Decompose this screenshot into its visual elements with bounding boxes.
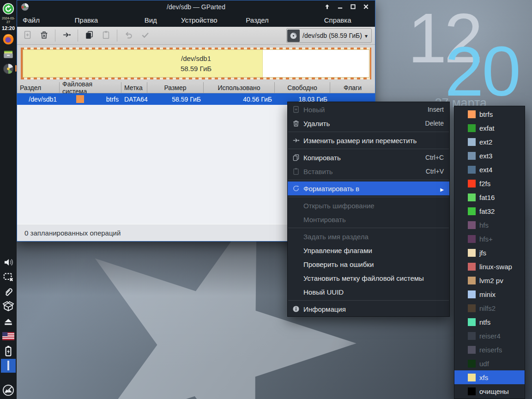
format-option-exfat[interactable]: exfat xyxy=(454,121,525,135)
format-option-hfsplus[interactable]: hfs+ xyxy=(454,232,525,246)
menu-item-delete[interactable]: Удалить Delete xyxy=(288,116,449,130)
filesystem-color-swatch xyxy=(468,138,476,146)
package-icon[interactable] xyxy=(1,300,16,314)
format-option-cleared[interactable]: очищены xyxy=(454,384,525,398)
minimize-button[interactable] xyxy=(335,2,345,12)
copy-button[interactable] xyxy=(81,29,97,42)
menu-item-set-fs-label[interactable]: Установить метку файловой системы xyxy=(288,271,449,285)
partition-table-header: РазделФайловая системаМеткаРазмерИспольз… xyxy=(17,82,375,93)
workspace-indicator[interactable] xyxy=(1,359,16,373)
format-option-linux-swap[interactable]: linux-swap xyxy=(454,260,525,273)
battery-icon[interactable] xyxy=(1,344,16,358)
titlebar[interactable]: /dev/sdb — GParted xyxy=(17,0,375,13)
menu-item-copy[interactable]: Копировать Ctrl+C xyxy=(288,151,449,164)
menu-item-resize-move[interactable]: Изменить размер или переместить xyxy=(288,133,449,147)
update-manager-icon[interactable] xyxy=(1,2,16,16)
paste-button[interactable] xyxy=(97,29,114,42)
column-header[interactable]: Раздел xyxy=(17,82,60,93)
undo-button[interactable] xyxy=(120,29,137,42)
filesystem-color-swatch xyxy=(468,235,476,243)
column-header[interactable]: Свободно xyxy=(275,82,330,93)
keyboard-layout-us-icon[interactable] xyxy=(1,329,16,343)
format-option-jfs[interactable]: jfs xyxy=(454,246,525,260)
menubar: ФайлПравкаВидУстройствоРазделСправка xyxy=(17,13,375,27)
drawer-icon xyxy=(2,48,14,60)
close-button[interactable] xyxy=(361,2,370,12)
menubar-item[interactable]: Вид xyxy=(145,16,168,24)
format-option-hfs[interactable]: hfs xyxy=(454,218,525,232)
menubar-item[interactable]: Устройство xyxy=(181,16,233,24)
format-option-lvm2pv[interactable]: lvm2 pv xyxy=(454,273,525,287)
format-option-reiserfs[interactable]: reiserfs xyxy=(454,343,525,357)
wallpaper-shade xyxy=(0,240,323,296)
filesystem-color-swatch xyxy=(468,277,476,284)
menu-item-name-partition[interactable]: Задать имя раздела xyxy=(288,230,449,243)
menu-item-open-encryption[interactable]: Открыть шифрование xyxy=(288,199,449,212)
format-option-fat16[interactable]: fat16 xyxy=(454,190,525,204)
screenshot-icon[interactable] xyxy=(1,270,16,284)
file-manager-icon[interactable] xyxy=(1,47,16,61)
shade-window-button[interactable] xyxy=(322,2,332,12)
format-option-ntfs[interactable]: ntfs xyxy=(454,315,525,329)
format-option-xfs[interactable]: xfs xyxy=(454,370,525,384)
menu-item-new-uuid[interactable]: Новый UUID xyxy=(288,285,449,299)
filesystem-color-swatch xyxy=(468,221,476,229)
device-selector[interactable]: /dev/sdb (58.59 ГиБ) xyxy=(286,28,372,43)
toolbar-separator xyxy=(55,30,55,42)
filesystem-color-swatch xyxy=(468,304,476,312)
menu-item-format-to[interactable]: Форматировать в xyxy=(288,181,449,195)
resize-move-button[interactable] xyxy=(58,29,75,42)
format-option-ext3[interactable]: ext3 xyxy=(454,149,525,163)
new-partition-button[interactable] xyxy=(19,29,36,42)
menu-item-manage-flags[interactable]: Управление флагами xyxy=(288,243,449,257)
format-option-minix[interactable]: minix xyxy=(454,287,525,301)
dock: 2024-03-2712:20 xyxy=(0,0,17,399)
toolbar-separator xyxy=(78,30,78,42)
gparted-dock-icon[interactable] xyxy=(1,62,16,76)
pending-operations-text: 0 запланированных операций xyxy=(24,229,121,237)
filesystem-color-swatch xyxy=(468,360,476,368)
copy-icon xyxy=(85,30,94,41)
format-option-fat32[interactable]: fat32 xyxy=(454,204,525,218)
column-header[interactable]: Файловая система xyxy=(60,82,121,93)
resize-icon xyxy=(292,136,302,145)
filesystem-color-swatch xyxy=(468,166,476,174)
format-option-nilfs2[interactable]: nilfs2 xyxy=(454,301,525,315)
column-header[interactable]: Метка xyxy=(121,82,147,93)
menubar-item[interactable]: Файл xyxy=(23,16,62,24)
cell-label: DATA64 xyxy=(121,93,147,105)
column-header[interactable]: Использовано xyxy=(204,82,275,93)
menu-item-information[interactable]: Информация xyxy=(288,302,449,316)
format-option-reiser4[interactable]: reiser4 xyxy=(454,329,525,343)
partition-context-menu: Новый Insert Удалить Delete Изменить раз… xyxy=(287,102,450,317)
volume-icon[interactable] xyxy=(1,255,16,269)
menu-item-new[interactable]: Новый Insert xyxy=(288,103,449,116)
trash-icon xyxy=(40,30,48,41)
column-header[interactable]: Размер xyxy=(147,82,204,93)
filesystem-color-swatch xyxy=(468,374,476,381)
format-to-submenu: btrfs exfat ext2 ext3 ext4 f2fs fat16 fa… xyxy=(454,106,525,399)
docnew-icon xyxy=(292,105,302,114)
maximize-button[interactable] xyxy=(348,2,357,12)
menu-item-check-errors[interactable]: Проверить на ошибки xyxy=(288,257,449,271)
format-option-udf[interactable]: udf xyxy=(454,357,525,370)
menu-item-mount[interactable]: Монтировать xyxy=(288,212,449,226)
menu-item-paste[interactable]: Вставить Ctrl+V xyxy=(288,164,449,178)
apply-button[interactable] xyxy=(137,29,153,42)
partition-device-label: /dev/sdb1 xyxy=(181,54,211,64)
format-option-ext2[interactable]: ext2 xyxy=(454,135,525,149)
selected-partition-frame[interactable]: /dev/sdb1 58.59 ГиБ xyxy=(21,48,371,79)
mx-menu-icon[interactable] xyxy=(1,383,16,397)
column-header[interactable]: Флаги xyxy=(330,82,375,93)
attachment-icon[interactable] xyxy=(1,285,16,299)
menubar-item[interactable]: Правка xyxy=(75,16,132,24)
menubar-item[interactable]: Справка xyxy=(324,16,375,24)
format-option-f2fs[interactable]: f2fs xyxy=(454,176,525,190)
eject-icon[interactable] xyxy=(1,314,16,328)
delete-partition-button[interactable] xyxy=(36,29,52,42)
apply-icon xyxy=(141,30,150,41)
format-option-btrfs[interactable]: btrfs xyxy=(454,107,525,121)
menubar-item[interactable]: Раздел xyxy=(246,16,311,24)
format-option-ext4[interactable]: ext4 xyxy=(454,163,525,176)
firefox-icon[interactable] xyxy=(1,32,16,46)
